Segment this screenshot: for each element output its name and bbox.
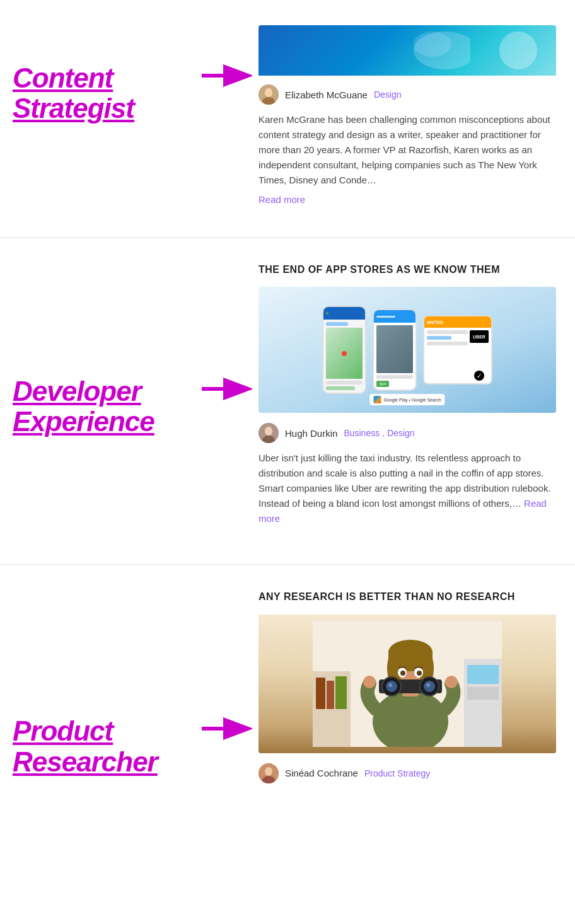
svg-point-5	[265, 88, 272, 97]
top-image-svg	[344, 32, 470, 69]
article-image-3	[258, 615, 556, 753]
article-content-1: Elizabeth McGuane Design Karen McGrane h…	[252, 25, 575, 205]
svg-point-43	[265, 767, 272, 776]
article-body-1: Karen McGrane has been challenging commo…	[258, 112, 556, 188]
avatar-svg-3	[258, 763, 279, 783]
phone-content-2: $90	[374, 323, 415, 390]
section-product-researcher: Product Researcher ANY RESEARCH IS BETTE…	[0, 565, 575, 822]
label-text-content-strategist: Content Strategist	[13, 63, 134, 124]
article-title-2: THE END OF APP STORES AS WE KNOW THEM	[258, 263, 556, 277]
read-more-1[interactable]: Read more	[258, 194, 305, 205]
svg-point-24	[445, 676, 458, 688]
svg-point-10	[265, 427, 272, 436]
uber-logo: UBER	[470, 330, 489, 343]
header-bar	[376, 316, 395, 318]
svg-rect-20	[467, 665, 499, 684]
article-content-2: THE END OF APP STORES AS WE KNOW THEM	[252, 263, 575, 533]
svg-rect-17	[327, 681, 334, 709]
tag-product-strategy[interactable]: Product Strategy	[364, 768, 430, 778]
avatar-sinead	[258, 763, 279, 783]
phone-mockup-3: UNITED UBER ✓	[423, 315, 492, 384]
google-play-icon	[373, 396, 381, 403]
price-row: $90	[376, 381, 413, 387]
arrow-icon-3	[202, 716, 252, 741]
phone-mockup-2: $90	[373, 309, 417, 391]
content-line-2	[326, 381, 363, 384]
google-play-badge: Google Play • Google Search	[369, 394, 444, 405]
svg-rect-18	[335, 676, 347, 709]
author-name-2: Hugh Durkin	[285, 428, 337, 439]
content-line-5	[427, 330, 468, 334]
arrow-product-researcher	[202, 590, 252, 741]
google-play-text: Google Play • Google Search	[383, 398, 441, 402]
phone-header-1	[323, 307, 365, 320]
article-body-2: Uber isn't just killing the taxi industr…	[258, 451, 556, 526]
content-line-7	[427, 342, 468, 345]
label-text-product-researcher: Product Researcher	[13, 716, 158, 777]
author-name-1: Elizabeth McGuane	[285, 90, 368, 100]
check-col: UBER ✓	[470, 330, 489, 381]
content-line-6	[427, 336, 451, 340]
author-tags-2: Business , Design	[344, 428, 414, 438]
tag-sep: ,	[382, 428, 385, 438]
author-row-2: Hugh Durkin Business , Design	[258, 423, 556, 443]
avatar-svg-2	[258, 423, 279, 443]
price-tag: $90	[376, 381, 389, 387]
airline-label: UNITED	[427, 320, 443, 325]
left-label-product-researcher: Product Researcher	[0, 590, 202, 777]
arrow-icon	[202, 63, 252, 88]
left-label-developer-experience: Developer Experience	[0, 263, 202, 437]
map-mini-1	[326, 328, 363, 379]
phone-header-2	[374, 310, 415, 323]
author-name-3: Sinéad Cochrane	[285, 768, 358, 778]
phone-content-1	[323, 320, 365, 393]
author-row-1: Elizabeth McGuane Design	[258, 84, 556, 105]
phone-wide-content: UBER ✓	[424, 328, 491, 383]
svg-point-23	[363, 676, 376, 688]
decoration-circle	[499, 32, 537, 69]
page-wrapper: Content Strategist	[0, 0, 575, 823]
tag-design-1[interactable]: Design	[374, 90, 402, 100]
section-content-strategist: Content Strategist	[0, 0, 575, 238]
author-tags-1: Design	[374, 90, 402, 100]
svg-point-36	[388, 683, 392, 687]
arrow-content-strategist	[202, 25, 252, 88]
avatar-elizabeth	[258, 84, 279, 105]
status-dot	[326, 312, 328, 315]
photo-thumb	[376, 325, 413, 373]
check-icon: ✓	[474, 371, 484, 381]
section-developer-experience: Developer Experience THE END OF APP STOR…	[0, 238, 575, 565]
avatar-hugh	[258, 423, 279, 443]
content-col-1	[427, 330, 468, 381]
tag-design-2[interactable]: Design	[387, 428, 415, 438]
article-title-3: ANY RESEARCH IS BETTER THAN NO RESEARCH	[258, 590, 556, 604]
content-line-1	[326, 322, 348, 326]
phone-wide-header: UNITED	[424, 316, 491, 328]
svg-rect-16	[316, 678, 325, 709]
phones-scene: $90 UNITED	[258, 287, 556, 413]
tag-business[interactable]: Business	[344, 428, 380, 438]
binoculars-scene	[258, 615, 556, 753]
article-image-1	[258, 25, 556, 76]
content-line-4	[376, 375, 413, 379]
article-image-2: $90 UNITED	[258, 287, 556, 413]
svg-point-40	[400, 671, 405, 676]
svg-point-37	[426, 683, 430, 687]
arrow-icon-2	[202, 376, 252, 401]
svg-point-3	[414, 32, 451, 57]
author-tags-3: Product Strategy	[364, 768, 430, 778]
svg-rect-21	[467, 687, 499, 700]
content-line-3	[326, 386, 355, 390]
author-row-3: Sinéad Cochrane Product Strategy	[258, 763, 556, 783]
left-label-content-strategist: Content Strategist	[0, 25, 202, 124]
label-text-developer-experience: Developer Experience	[13, 376, 154, 437]
person-binoculars-svg	[313, 621, 502, 747]
avatar-face-elizabeth	[258, 84, 279, 105]
arrow-developer-experience	[202, 263, 252, 401]
article-content-3: ANY RESEARCH IS BETTER THAN NO RESEARCH	[252, 590, 575, 790]
svg-point-41	[417, 671, 422, 676]
phone-mockup-1	[322, 306, 366, 394]
